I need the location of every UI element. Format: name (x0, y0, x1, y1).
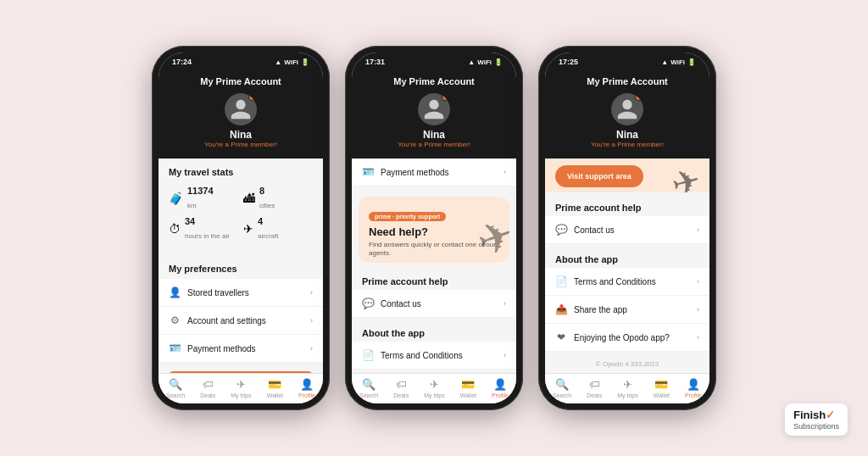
app-header-1: My Prime Account Nina You're a Prime mem… (159, 70, 323, 158)
terms-icon-p2: 📄 (362, 349, 374, 361)
stat-aircraft-label: aircraft (258, 232, 278, 240)
status-bar-2: 17:31 ▲ WiFi 🔋 (352, 53, 516, 70)
contact-icon-p2: 💬 (362, 298, 374, 309)
chevron-icon-3: › (310, 344, 313, 353)
nav-profile-1[interactable]: 👤 Profile (298, 378, 315, 398)
nav-wallet-3[interactable]: 💳 Wallet (654, 378, 670, 398)
header-title-1: My Prime Account (167, 76, 314, 86)
nav-deals-3[interactable]: 🏷 Deals (587, 378, 602, 398)
contact-label-p2: Contact us (381, 299, 421, 309)
status-icons-1: ▲ WiFi 🔋 (275, 58, 309, 66)
menu-contact-p2[interactable]: 💬 Contact us › (352, 290, 516, 318)
stat-cities-value: 8 (259, 186, 275, 196)
nav-profile-3[interactable]: 👤 Profile (685, 378, 702, 398)
nav-search-2[interactable]: 🔍 Search (359, 378, 378, 398)
checkmark-icon: ✓ (826, 409, 835, 421)
nav-deals-1[interactable]: 🏷 Deals (200, 378, 215, 398)
chevron-terms-p3: › (697, 277, 699, 286)
content-area-1: My travel stats 🧳 11374 km 🏙 8 cities (159, 158, 323, 373)
menu-share-p3[interactable]: 📤 Share the app › (545, 296, 709, 324)
stat-km-value: 11374 (187, 186, 214, 196)
plane-deco-p3: ✈ (668, 159, 706, 192)
deals-nav-icon-2: 🏷 (396, 378, 407, 391)
chevron-contact: › (504, 299, 506, 308)
menu-terms-p2[interactable]: 📄 Terms and Conditions › (352, 342, 516, 370)
time-1: 17:24 (172, 58, 192, 66)
nav-trips-1[interactable]: ✈ My trips (231, 378, 252, 398)
bottom-nav-3: 🔍 Search 🏷 Deals ✈ My trips 💳 Wallet 👤 (545, 373, 709, 403)
nav-search-label-2: Search (359, 392, 378, 398)
nav-trips-label-3: My trips (617, 392, 638, 398)
wallet-nav-icon: 💳 (268, 378, 281, 391)
menu-enjoy-p3[interactable]: ❤ Enjoying the Opodo app? › (545, 324, 709, 352)
nav-profile-label-3: Profile (685, 392, 702, 398)
nav-deals-2[interactable]: 🏷 Deals (393, 378, 409, 398)
stats-grid: 🧳 11374 km 🏙 8 cities (159, 182, 323, 248)
payment-label: Payment methods (187, 344, 256, 353)
content-area-3: ✈ Visit support area Prime account help … (545, 158, 709, 373)
phones-container: 17:24 ▲ WiFi 🔋 My Prime Account Nina You… (135, 29, 733, 427)
about-title-p3: About the app (545, 247, 709, 268)
app-header-2: My Prime Account Nina You're a Prime mem… (352, 70, 516, 158)
stat-hours-value: 34 (185, 216, 230, 226)
user-name-1: Nina (167, 129, 314, 141)
phone-2: 17:31 ▲ WiFi 🔋 My Prime Account Nina You… (345, 46, 523, 410)
preferences-list: 👤 Stored travellers › ⚙ Account and sett… (159, 279, 323, 363)
user-icon-2 (422, 97, 446, 121)
nav-search-label-3: Search (553, 392, 571, 398)
app-header-3: My Prime Account Nina You're a Prime mem… (545, 70, 709, 158)
nav-profile-label-2: Profile (492, 392, 509, 398)
stat-km-label: km (187, 202, 197, 209)
nav-search-1[interactable]: 🔍 Search (166, 378, 185, 398)
chevron-icon: › (310, 288, 313, 297)
settings-icon: ⚙ (169, 314, 181, 326)
stat-hours-label: hours in the air (185, 232, 230, 240)
chevron-terms: › (504, 351, 506, 359)
nav-wallet-2[interactable]: 💳 Wallet (460, 378, 476, 398)
menu-contact-p3[interactable]: 💬 Contact us › (545, 216, 709, 244)
payment-label-p2: Payment methods (381, 168, 449, 177)
user-icon-3 (615, 97, 639, 121)
profile-nav-icon-active-3: 👤 (687, 378, 700, 391)
menu-account-settings[interactable]: ⚙ Account and settings › (159, 307, 323, 335)
menu-stored-travellers[interactable]: 👤 Stored travellers › (159, 279, 323, 307)
chevron-enjoy-p3: › (697, 333, 699, 342)
nav-wallet-label-2: Wallet (460, 392, 476, 398)
menu-terms-p3[interactable]: 📄 Terms and Conditions › (545, 268, 709, 296)
visit-support-main-btn[interactable]: Visit support area (555, 165, 643, 187)
help-banner: prime · priority support Need help? Find… (359, 197, 509, 263)
menu-payment-p2[interactable]: 🪪 Payment methods › (352, 158, 516, 186)
status-icons-3: ▲ WiFi 🔋 (661, 58, 696, 66)
nav-profile-label: Profile (298, 392, 315, 398)
stored-travellers-label: Stored travellers (187, 288, 249, 298)
nav-search-3[interactable]: 🔍 Search (553, 378, 571, 398)
search-nav-icon-2: 🔍 (362, 378, 376, 391)
account-settings-label: Account and settings (187, 316, 266, 325)
preferences-title: My preferences (159, 255, 323, 279)
search-nav-icon: 🔍 (169, 378, 182, 391)
support-image-area: ✈ Visit support area (545, 158, 709, 192)
nav-trips-label-2: My trips (424, 392, 445, 398)
prime-badge-3: You're a Prime member! (554, 141, 701, 148)
stat-cities-label: cities (259, 202, 275, 209)
nav-trips-3[interactable]: ✈ My trips (617, 378, 638, 398)
timer-icon: ⏱ (169, 222, 181, 236)
chevron-payment: › (504, 168, 506, 176)
nav-profile-2[interactable]: 👤 Profile (492, 378, 509, 398)
nav-trips-label: My trips (231, 392, 252, 398)
enjoy-label-p3: Enjoying the Opodo app? (574, 333, 670, 342)
payment-icon-p2: 🪪 (362, 166, 374, 178)
stat-aircraft-value: 4 (258, 216, 278, 226)
stats-title: My travel stats (159, 158, 323, 182)
nav-trips-2[interactable]: ✈ My trips (424, 378, 445, 398)
wallet-nav-icon-3: 💳 (654, 378, 668, 391)
nav-wallet-1[interactable]: 💳 Wallet (267, 378, 283, 398)
terms-label-p3: Terms and Conditions (574, 277, 656, 286)
bottom-nav-1: 🔍 Search 🏷 Deals ✈ My trips 💳 Wallet 👤 (159, 373, 323, 403)
user-name-3: Nina (554, 129, 701, 141)
menu-payment[interactable]: 🪪 Payment methods › (159, 335, 323, 363)
avatar-dot-3 (635, 94, 642, 101)
trips-nav-icon-2: ✈ (430, 378, 439, 391)
profile-nav-icon-active: 👤 (300, 378, 314, 391)
terms-label-p2: Terms and Conditions (381, 351, 463, 360)
